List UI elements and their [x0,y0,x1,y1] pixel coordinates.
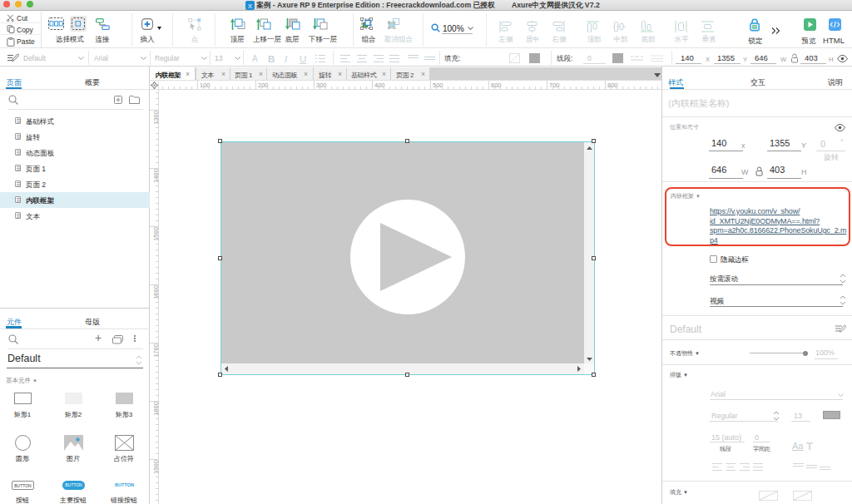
svg-text:X: X [248,2,253,10]
